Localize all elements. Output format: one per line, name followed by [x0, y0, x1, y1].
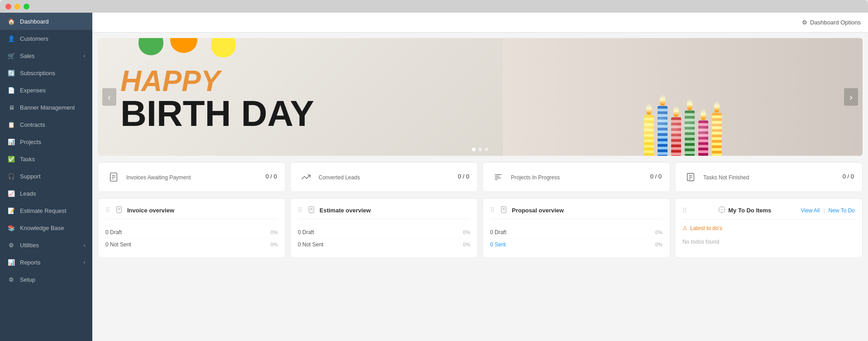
projects-progress-icon — [491, 170, 506, 184]
sidebar-item-leads[interactable]: 📈 Leads — [0, 185, 92, 202]
banner-prev-button[interactable]: ‹ — [102, 88, 116, 106]
banner-birthday-text: BIRTH DAY — [120, 96, 480, 132]
sidebar-item-tasks[interactable]: ✅ Tasks — [0, 150, 92, 168]
stat-projects-progress[interactable]: Projects In Progress 0 / 0 — [482, 162, 670, 192]
estimate-overview-header: ⠿ Estimate overview — [298, 206, 470, 219]
invoice-overview-card: ⠿ Invoice overview 0 Draft 0% 0 Not Sent… — [98, 198, 286, 258]
reports-icon: 📊 — [7, 258, 15, 266]
stat-leads-content: Converted Leads 0 / 0 — [319, 173, 469, 181]
svg-rect-8 — [687, 173, 694, 181]
stat-invoices-awaiting[interactable]: Invoices Awaiting Payment 0 / 0 — [98, 162, 286, 192]
stat-projects-content: Projects In Progress 0 / 0 — [511, 173, 662, 181]
support-icon: 🎧 — [7, 172, 15, 180]
stat-converted-leads[interactable]: Converted Leads 0 / 0 — [290, 162, 478, 192]
dashboard-options-button[interactable]: ⚙ Dashboard Options — [802, 19, 861, 26]
topbar: ⚙ Dashboard Options — [92, 13, 868, 33]
new-todo-link[interactable]: New To Do — [829, 207, 855, 214]
drag-handle-invoice[interactable]: ⠿ — [105, 207, 110, 214]
sidebar-item-sales[interactable]: 🛒 Sales ‹ — [0, 47, 92, 64]
knowledge-icon: 📚 — [7, 224, 15, 232]
estimate-overview-card: ⠿ Estimate overview 0 Draft 0% 0 Not Sen… — [290, 198, 478, 258]
my-todo-card: ⠿ My To Do Items View All | New To Do — [675, 198, 863, 258]
banner-next-button[interactable]: › — [844, 88, 858, 106]
contracts-icon: 📋 — [7, 120, 15, 129]
subscriptions-icon: 🔄 — [7, 69, 15, 77]
home-icon: 🏠 — [7, 17, 15, 25]
sidebar-item-contracts[interactable]: 📋 Contracts — [0, 116, 92, 133]
sidebar-item-banner-management[interactable]: 🖥 Banner Management — [0, 99, 92, 116]
todo-empty-message: No todos found — [682, 235, 855, 249]
sidebar-item-projects[interactable]: 📊 Projects — [0, 133, 92, 150]
todo-title: My To Do Items — [718, 206, 771, 215]
drag-handle-todo[interactable]: ⠿ — [682, 207, 687, 214]
todo-header: ⠿ My To Do Items View All | New To Do — [682, 206, 855, 220]
proposal-draft-row: 0 Draft 0% — [490, 226, 663, 239]
sidebar-item-setup[interactable]: ⚙ Setup — [0, 271, 92, 288]
proposal-sent-row: 0 Sent 0% — [490, 239, 663, 250]
banner-dot-1[interactable] — [472, 148, 476, 151]
todo-latest-section: ⚠ Latest to do's — [682, 225, 855, 231]
sidebar-item-knowledge-base[interactable]: 📚 Knowledge Base — [0, 219, 92, 236]
utilities-arrow-icon: ‹ — [84, 243, 85, 248]
estimate-not-sent-row: 0 Not Sent 0% — [298, 239, 470, 250]
estimate-overview-icon — [308, 206, 316, 214]
expenses-icon: 📄 — [7, 86, 15, 94]
sales-arrow-icon: ‹ — [84, 53, 85, 58]
banner-dots — [472, 148, 488, 151]
estimate-icon: 📝 — [7, 207, 15, 215]
banner-dot-2[interactable] — [478, 148, 482, 151]
warning-icon: ⚠ — [682, 225, 687, 231]
stat-invoices-content: Invoices Awaiting Payment 0 / 0 — [126, 173, 277, 181]
sidebar-item-expenses[interactable]: 📄 Expenses — [0, 82, 92, 99]
banner-happy-text: HAPPY — [120, 67, 480, 96]
customers-icon: 👤 — [7, 34, 15, 43]
todo-check-icon — [718, 206, 725, 215]
invoice-not-sent-row: 0 Not Sent 0% — [105, 239, 278, 250]
drag-handle-proposal[interactable]: ⠿ — [490, 207, 495, 214]
stat-tasks-content: Tasks Not Finished 0 / 0 — [703, 173, 854, 181]
window-chrome — [0, 0, 868, 13]
main-area: ⚙ Dashboard Options HAPPY — [92, 13, 868, 341]
window-minimize-btn[interactable] — [14, 4, 20, 10]
banner-text-area: HAPPY BIRTH DAY — [98, 38, 503, 156]
sidebar-item-reports[interactable]: 📊 Reports ‹ — [0, 254, 92, 271]
banner-icon: 🖥 — [7, 103, 15, 111]
sales-icon: 🛒 — [7, 52, 15, 60]
stat-tasks-not-finished[interactable]: Tasks Not Finished 0 / 0 — [675, 162, 863, 192]
estimate-draft-row: 0 Draft 0% — [298, 226, 470, 239]
sidebar-item-utilities[interactable]: ⚙ Utilities ‹ — [0, 236, 92, 254]
utilities-icon: ⚙ — [7, 241, 15, 249]
converted-leads-icon — [299, 170, 313, 184]
projects-icon: 📊 — [7, 138, 15, 146]
window-maximize-btn[interactable] — [24, 4, 29, 10]
tasks-icon: ✅ — [7, 155, 15, 163]
sidebar-item-support[interactable]: 🎧 Support — [0, 168, 92, 185]
leads-icon: 📈 — [7, 189, 15, 197]
drag-handle-estimate[interactable]: ⠿ — [298, 207, 302, 214]
sidebar-item-estimate-request[interactable]: 📝 Estimate Request — [0, 202, 92, 219]
stats-row: Invoices Awaiting Payment 0 / 0 Converte… — [98, 162, 863, 192]
window-close-btn[interactable] — [5, 4, 11, 10]
reports-arrow-icon: ‹ — [84, 260, 85, 265]
content-area: HAPPY BIRTH DAY — [92, 33, 868, 341]
proposal-overview-card: ⠿ Proposal overview 0 Draft 0% 0 Sent 0% — [482, 198, 670, 258]
tasks-not-finished-icon — [683, 170, 698, 184]
todo-actions: View All | New To Do — [801, 207, 855, 214]
banner-carousel: HAPPY BIRTH DAY — [98, 38, 863, 156]
invoice-draft-row: 0 Draft 0% — [105, 226, 278, 239]
invoice-icon — [106, 170, 121, 184]
setup-icon: ⚙ — [7, 275, 15, 283]
app-container: 🏠 Dashboard 👤 Customers 🛒 Sales ‹ 🔄 Subs… — [0, 13, 868, 341]
proposal-overview-header: ⠿ Proposal overview — [490, 206, 663, 219]
invoice-overview-header: ⠿ Invoice overview — [105, 206, 278, 219]
banner-dot-3[interactable] — [485, 148, 488, 151]
gear-icon: ⚙ — [802, 19, 807, 26]
banner-background: HAPPY BIRTH DAY — [98, 38, 863, 156]
sidebar-item-dashboard[interactable]: 🏠 Dashboard — [0, 13, 92, 30]
invoice-overview-icon — [115, 206, 124, 214]
view-all-link[interactable]: View All — [801, 207, 820, 214]
overview-row: ⠿ Invoice overview 0 Draft 0% 0 Not Sent… — [98, 198, 863, 258]
proposal-overview-icon — [500, 206, 508, 214]
sidebar-item-customers[interactable]: 👤 Customers — [0, 30, 92, 47]
sidebar-item-subscriptions[interactable]: 🔄 Subscriptions — [0, 64, 92, 82]
